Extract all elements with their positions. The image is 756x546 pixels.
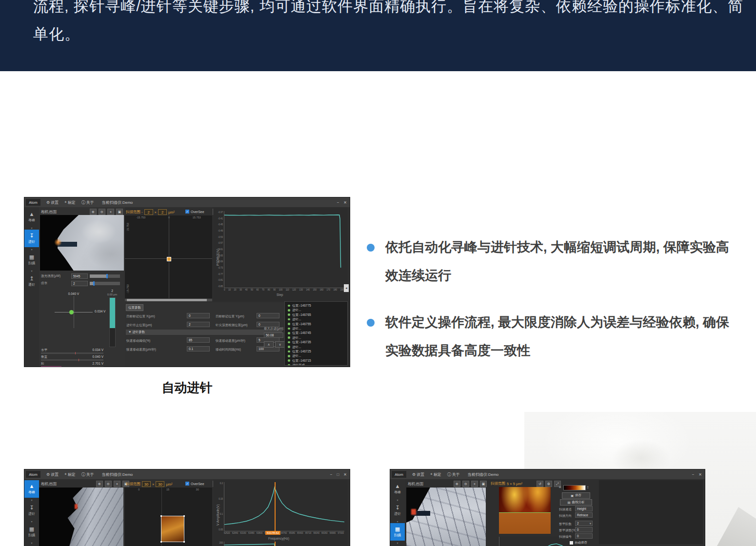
menu-calibration[interactable]: ⌖标定 (64, 200, 76, 205)
refresh-icon[interactable]: ↺ (537, 481, 543, 487)
maximize-button[interactable]: □ (337, 472, 339, 477)
stage-position-view[interactable]: -15.753015.753 15.753 -15.753 (125, 215, 212, 298)
chevron-down-icon[interactable]: ▾ (390, 519, 405, 523)
sidebar-item-scan[interactable]: ▦扫描 (24, 251, 39, 269)
approach-params-section[interactable]: ▼ 进针参数 (126, 330, 282, 335)
curve-analysis-button[interactable]: ▤ 曲线分析 (560, 499, 592, 506)
snapshot-icon[interactable]: ▣ (480, 481, 487, 487)
menu-settings[interactable]: ⚙设置 (46, 472, 59, 477)
scan-area-view[interactable]: 01530 (125, 488, 212, 546)
sidebar-item-approach[interactable]: ↧进针 (24, 230, 39, 247)
param-input[interactable]: 0 (187, 313, 210, 318)
sidebar-item-retract[interactable]: ↥退针 (24, 273, 39, 290)
step-up-button[interactable]: ∧ (264, 341, 274, 348)
app-logo: Atom (26, 199, 40, 206)
scan-height-input[interactable]: 30 (156, 481, 164, 487)
scan-region-thumbnail[interactable] (161, 516, 184, 542)
zoom-in-icon[interactable]: ⊕ (90, 209, 97, 215)
center-target-icon[interactable]: ⌖ (114, 481, 120, 487)
param-input[interactable]: 2 (187, 322, 210, 327)
zoom-out-icon[interactable]: ⊖ (462, 481, 469, 487)
laser-spot-dot[interactable] (69, 310, 74, 314)
signal-value: 2.701 V (82, 362, 103, 365)
minimize-button[interactable]: − (692, 472, 695, 477)
step-value[interactable]: 50.08 (264, 332, 283, 338)
sidebar-item-peak[interactable]: ▲寻峰 (24, 208, 39, 226)
close-button[interactable]: ✕ (698, 472, 702, 477)
scan-direction-select[interactable]: Retrace (575, 512, 593, 518)
param-input[interactable]: 85 (187, 337, 210, 343)
z-position-bar[interactable] (109, 297, 116, 347)
zoom-in-icon[interactable]: ⊕ (96, 481, 103, 487)
menu-calibration[interactable]: ⌖标定 (64, 472, 76, 477)
scan-width-input[interactable]: 2 (144, 209, 153, 215)
sidebar-item-scan[interactable]: ▦扫描 (390, 523, 405, 541)
flatten-adjust-input[interactable]: 0 (575, 527, 593, 532)
chevron-down-icon[interactable]: ▾ (390, 498, 405, 502)
save-button[interactable]: ▣ 保存 (562, 492, 590, 499)
cmap-menu-icon[interactable]: ≡ (559, 485, 561, 489)
laser-power-slider[interactable] (90, 274, 120, 278)
center-target-icon[interactable]: ⌖ (471, 481, 478, 487)
info-icon: ⓘ (81, 472, 85, 477)
cmap-adjust-icon[interactable]: ↕ (587, 485, 589, 489)
chevron-down-icon[interactable]: ▾ (24, 269, 39, 273)
position-params-tab[interactable]: 位置参数 (126, 304, 143, 311)
chevron-down-icon[interactable]: ▾ (390, 541, 405, 545)
autosave-checkbox[interactable]: 自动保存 (570, 541, 587, 545)
sidebar-item-peak[interactable]: ▲寻峰 (390, 480, 405, 498)
collapse-panel-button[interactable]: ◂ (344, 284, 349, 292)
oversee-checkbox[interactable]: ✓ OverSee (185, 482, 204, 486)
afm-height-image[interactable] (499, 487, 551, 534)
bullet-dot-icon (367, 319, 375, 327)
scan-icon: ▦ (29, 526, 34, 532)
signal-bar (41, 359, 103, 361)
param-label: 慢速移动速度(μm/秒) (126, 348, 156, 352)
menu-settings[interactable]: ⚙设置 (46, 200, 59, 205)
sidebar-item-approach[interactable]: ↧进针 (390, 502, 405, 519)
zoom-in-icon[interactable]: ⊕ (454, 481, 460, 487)
menu-settings[interactable]: ⚙设置 (412, 472, 424, 477)
scan-index-input[interactable]: 0 (575, 533, 593, 539)
close-button[interactable]: ✕ (343, 472, 347, 477)
chevron-down-icon[interactable]: ▾ (24, 519, 39, 523)
scan-height-input[interactable]: 2 (158, 209, 167, 215)
sidebar-item-scan[interactable]: ▦扫描 (24, 523, 39, 541)
param-input[interactable]: 0.1 (187, 346, 210, 351)
scan-channel-select[interactable]: Height (575, 506, 593, 511)
chevron-down-icon[interactable]: ▾ (24, 226, 39, 230)
zoom-out-icon[interactable]: ⊖ (99, 209, 105, 215)
title-bar: Atom ⚙设置 ⌖标定 ⓘ关于 当前扫描仪:Demo − ✕ (390, 469, 705, 479)
chevron-down-icon[interactable]: ▾ (24, 247, 39, 251)
menu-about[interactable]: ⓘ关于 (447, 472, 460, 477)
close-button[interactable]: ✕ (343, 200, 347, 205)
snapshot-icon[interactable]: ▣ (116, 209, 123, 215)
horizontal-scrollbar[interactable] (125, 299, 212, 301)
chevron-down-icon[interactable]: ▾ (24, 498, 39, 502)
menu-calibration[interactable]: ⌖标定 (430, 472, 441, 477)
oversee-checkbox[interactable]: ✓ OverSee (185, 210, 204, 214)
zoom-out-icon[interactable]: ⊖ (105, 481, 112, 487)
scan-width-input[interactable]: 30 (142, 481, 151, 487)
scan-range-header: 扫描范围 30 × 30 μm² (126, 481, 172, 487)
minimize-button[interactable]: − (330, 472, 333, 477)
z-bar-top-label: 2 (106, 289, 118, 292)
flatten-order-select[interactable]: 2 ▾ (575, 521, 593, 526)
step-down-button[interactable]: ∨ (275, 341, 285, 348)
resonance-marker-line[interactable] (275, 482, 276, 531)
camera-view (39, 488, 123, 546)
center-target-icon[interactable]: ⌖ (107, 209, 114, 215)
gear-icon[interactable]: ⚙ (545, 481, 552, 487)
magnification-slider[interactable] (90, 282, 120, 285)
colormap-bar[interactable] (563, 485, 586, 490)
menu-about[interactable]: ⓘ关于 (81, 200, 94, 205)
sidebar-item-approach[interactable]: ↧进针 (24, 502, 39, 519)
laser-power-value[interactable]: 5945 (71, 273, 88, 279)
menu-about[interactable]: ⓘ关于 (81, 472, 94, 477)
minimize-button[interactable]: − (337, 200, 339, 205)
magnification-value[interactable]: 2 (71, 281, 88, 286)
resonance-marker-line[interactable] (275, 542, 276, 546)
tip-position-marker[interactable] (167, 257, 171, 261)
sidebar-item-peak[interactable]: ▲寻峰 (24, 480, 39, 498)
chevron-down-icon[interactable]: ▾ (24, 541, 39, 545)
